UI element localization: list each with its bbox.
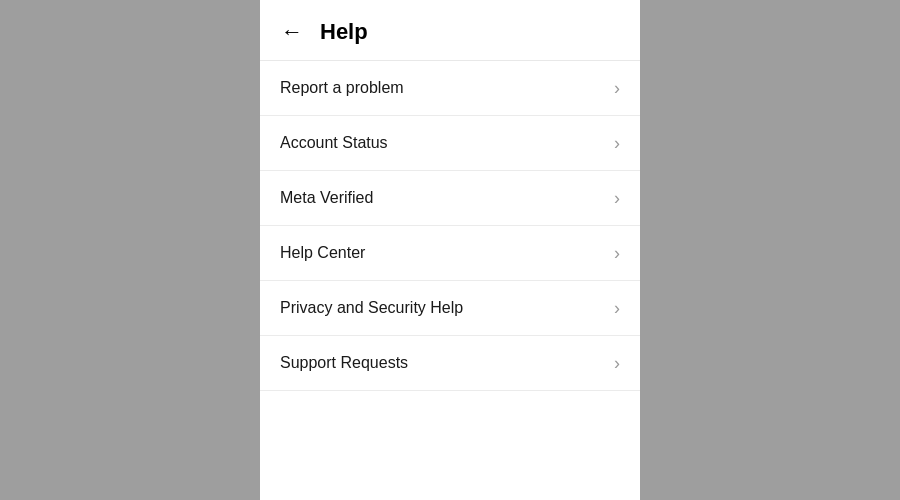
chevron-icon-report-problem: › — [614, 79, 620, 97]
chevron-icon-privacy-security: › — [614, 299, 620, 317]
page-header: ← Help — [260, 0, 640, 61]
chevron-icon-account-status: › — [614, 134, 620, 152]
help-panel: ← Help Report a problem›Account Status›M… — [260, 0, 640, 500]
menu-item-label-account-status: Account Status — [280, 134, 388, 152]
menu-item-label-report-problem: Report a problem — [280, 79, 404, 97]
menu-item-label-privacy-security: Privacy and Security Help — [280, 299, 463, 317]
menu-item-account-status[interactable]: Account Status› — [260, 116, 640, 171]
back-arrow-icon: ← — [281, 21, 303, 43]
menu-item-privacy-security[interactable]: Privacy and Security Help› — [260, 281, 640, 336]
chevron-icon-meta-verified: › — [614, 189, 620, 207]
chevron-icon-support-requests: › — [614, 354, 620, 372]
page-title: Help — [320, 19, 368, 45]
menu-item-report-problem[interactable]: Report a problem› — [260, 61, 640, 116]
menu-item-label-help-center: Help Center — [280, 244, 365, 262]
menu-item-label-support-requests: Support Requests — [280, 354, 408, 372]
help-menu-list: Report a problem›Account Status›Meta Ver… — [260, 61, 640, 500]
chevron-icon-help-center: › — [614, 244, 620, 262]
menu-item-label-meta-verified: Meta Verified — [280, 189, 373, 207]
back-button[interactable]: ← — [276, 16, 308, 48]
menu-item-help-center[interactable]: Help Center› — [260, 226, 640, 281]
menu-item-meta-verified[interactable]: Meta Verified› — [260, 171, 640, 226]
menu-item-support-requests[interactable]: Support Requests› — [260, 336, 640, 391]
